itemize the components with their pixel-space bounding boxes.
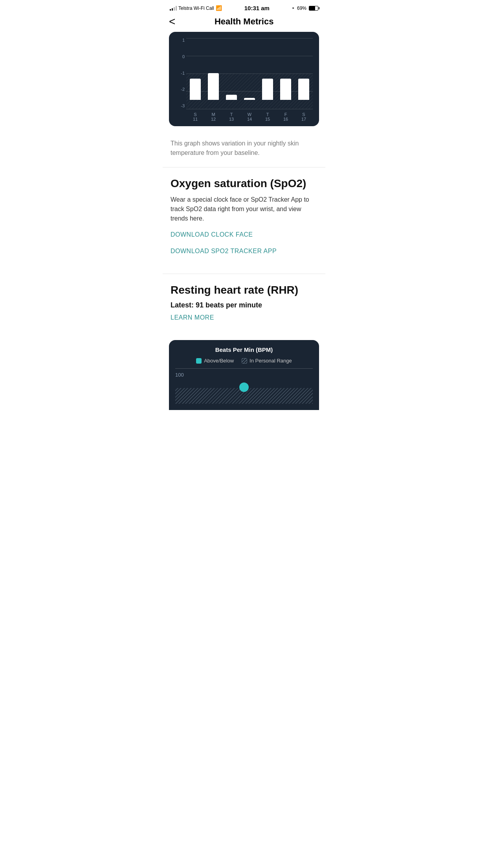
x-label-t13: T 13 — [222, 112, 240, 121]
skin-temp-description: This graph shows variation in your night… — [163, 132, 325, 167]
legend-above-below: Above/Below — [196, 358, 234, 364]
skin-temp-chart: 1 0 -1 -2 -3 — [169, 32, 319, 126]
bar-m12 — [204, 38, 222, 109]
bar-w14 — [240, 38, 259, 109]
rhr-wave-area — [175, 380, 313, 404]
rhr-chart: Beats Per Min (BPM) Above/Below In Perso… — [169, 340, 319, 410]
carrier-label: Telstra Wi-Fi Call — [178, 6, 214, 11]
wifi-icon: 📶 — [216, 5, 222, 11]
x-label-s11: S 11 — [186, 112, 204, 121]
bar-f16 — [277, 38, 295, 109]
status-left: Telstra Wi-Fi Call 📶 — [170, 5, 222, 11]
x-label-f16: F 16 — [277, 112, 295, 121]
rhr-title: Resting heart rate (RHR) — [171, 283, 317, 297]
location-icon: ‣ — [292, 6, 295, 11]
battery-percentage: 69% — [297, 6, 306, 11]
status-time: 10:31 am — [244, 5, 270, 11]
x-label-w14: W 14 — [240, 112, 259, 121]
status-bar: Telstra Wi-Fi Call 📶 10:31 am ‣ 69% — [163, 0, 325, 14]
status-right: ‣ 69% — [292, 6, 318, 11]
x-label-m12: M 12 — [204, 112, 222, 121]
x-labels: S 11 M 12 T 13 W 14 T 15 F 16 S 17 — [175, 109, 313, 121]
y-axis: 1 0 -1 -2 -3 — [175, 38, 186, 109]
legend-dot-icon — [196, 358, 202, 364]
rhr-section: Resting heart rate (RHR) Latest: 91 beat… — [163, 274, 325, 340]
bar-t15 — [259, 38, 277, 109]
spo2-description: Wear a special clock face or SpO2 Tracke… — [171, 195, 317, 223]
rhr-wave-peak — [239, 383, 249, 392]
rhr-grid-line — [175, 368, 313, 369]
chart-legend: Above/Below In Personal Range — [175, 358, 313, 364]
legend-label-1: Above/Below — [204, 358, 234, 364]
bar-s17 — [295, 38, 313, 109]
chart-plot — [186, 38, 313, 109]
y-label-2: 0 — [175, 55, 186, 59]
y-label-5: -3 — [175, 104, 186, 108]
signal-icon — [170, 6, 177, 11]
legend-hatch-icon — [242, 358, 247, 364]
spo2-title: Oxygen saturation (SpO2) — [171, 177, 317, 190]
spo2-section: Oxygen saturation (SpO2) Wear a special … — [163, 167, 325, 274]
download-spo2-app-link[interactable]: DOWNLOAD SPO2 TRACKER APP — [171, 248, 317, 255]
y-label-3: -1 — [175, 71, 186, 75]
chart-area: 1 0 -1 -2 -3 — [175, 38, 313, 109]
bars — [186, 38, 313, 109]
back-button[interactable]: < — [169, 16, 175, 27]
rhr-chart-title: Beats Per Min (BPM) — [175, 346, 313, 353]
legend-in-range: In Personal Range — [242, 358, 292, 364]
rhr-learn-more-link[interactable]: LEARN MORE — [171, 314, 317, 321]
y-label-1: 1 — [175, 38, 186, 42]
nav-header: < Health Metrics — [163, 14, 325, 32]
y-label-4: -2 — [175, 87, 186, 92]
download-clock-face-link[interactable]: DOWNLOAD CLOCK FACE — [171, 231, 317, 238]
x-label-t15: T 15 — [259, 112, 277, 121]
x-label-s17: S 17 — [295, 112, 313, 121]
legend-label-2: In Personal Range — [250, 358, 292, 364]
page-title: Health Metrics — [180, 17, 308, 27]
bar-s11 — [186, 38, 204, 109]
battery-icon — [309, 6, 318, 11]
bar-t13 — [222, 38, 240, 109]
rhr-latest: Latest: 91 beats per minute — [171, 301, 317, 309]
rhr-y-label: 100 — [175, 372, 313, 378]
